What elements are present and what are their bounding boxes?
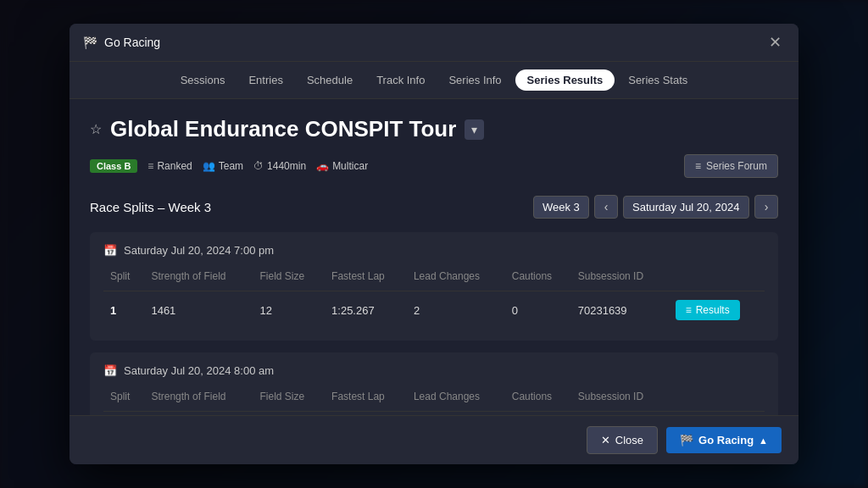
session-1-header-row: Split Strength of Field Field Size Faste…: [103, 267, 765, 291]
nav-series-stats[interactable]: Series Stats: [618, 69, 698, 92]
session-block-1: 📅 Saturday Jul 20, 2024 7:00 pm Split St…: [90, 232, 778, 341]
week-selector[interactable]: Week 3 Week 1 Week 2 Week 4: [533, 196, 589, 219]
session-1-date: Saturday Jul 20, 2024 7:00 pm: [124, 244, 274, 257]
results-label-1: Results: [696, 304, 730, 316]
nav-series-info[interactable]: Series Info: [438, 69, 511, 92]
col-cautions-2: Cautions: [505, 387, 571, 412]
col-actions-2: [669, 387, 765, 412]
race-splits-title: Race Splits – Week 3: [90, 200, 211, 214]
team-label: Team: [219, 160, 243, 172]
session-2-header: 📅 Saturday Jul 20, 2024 8:00 am: [103, 364, 765, 377]
multicar-icon: 🚗: [316, 160, 329, 172]
prev-arrow[interactable]: ‹: [594, 195, 618, 219]
col-fieldsize-2: Field Size: [253, 387, 326, 412]
modal-title: Go Racing: [104, 36, 160, 49]
top-controls: Race Splits – Week 3 Week 3 Week 1 Week …: [90, 195, 778, 219]
col-sof-1: Strength of Field: [144, 267, 253, 291]
session-2-date: Saturday Jul 20, 2024 8:00 am: [124, 364, 274, 377]
cell-results-1: ≡ Results: [669, 291, 765, 330]
nav-track-info[interactable]: Track Info: [366, 69, 435, 92]
nav-entries[interactable]: Entries: [238, 69, 292, 92]
col-split-1: Split: [103, 267, 144, 291]
ranked-label: Ranked: [157, 160, 192, 172]
multicar-label: Multicar: [332, 160, 368, 172]
calendar-icon-1: 📅: [103, 244, 117, 257]
col-subsession-2: Subsession ID: [571, 387, 669, 412]
cell-subsession: 70231639: [571, 291, 669, 330]
close-label: Close: [615, 434, 643, 446]
session-2-header-row: Split Strength of Field Field Size Faste…: [103, 387, 765, 412]
col-actions-1: [669, 267, 765, 291]
col-subsession-1: Subsession ID: [571, 267, 669, 291]
forum-label: Series Forum: [706, 160, 767, 172]
col-split-2: Split: [103, 387, 144, 412]
badges-row: Class B ≡ Ranked 👥 Team ⏱ 1440min 🚗 Mult…: [90, 154, 778, 178]
table-row: 1 1461 12 1:25.267 2 0 70231639 ≡ Result…: [103, 291, 765, 330]
star-icon[interactable]: ☆: [90, 121, 102, 137]
cell-fieldsize: 12: [253, 291, 326, 330]
main-modal: 🏁 Go Racing ✕ Sessions Entries Schedule …: [70, 24, 798, 464]
session-2-table: Split Strength of Field Field Size Faste…: [103, 387, 765, 415]
series-title: Global Endurance CONSPIT Tour: [110, 116, 456, 142]
go-racing-button[interactable]: 🏁 Go Racing ▲: [666, 427, 782, 453]
col-fastestlap-2: Fastest Lap: [325, 387, 407, 412]
col-leadchanges-2: Lead Changes: [407, 387, 505, 412]
nav-sessions[interactable]: Sessions: [170, 69, 236, 92]
class-badge: Class B: [90, 159, 137, 173]
series-dropdown-button[interactable]: ▾: [465, 119, 484, 140]
col-fastestlap-1: Fastest Lap: [325, 267, 407, 291]
results-icon-1: ≡: [686, 304, 692, 316]
close-x-icon: ✕: [601, 434, 610, 446]
cell-fastestlap: 1:25.267: [325, 291, 407, 330]
col-sof-2: Strength of Field: [144, 387, 253, 412]
series-header: ☆ Global Endurance CONSPIT Tour ▾: [90, 116, 778, 142]
nav-bar: Sessions Entries Schedule Track Info Ser…: [70, 62, 798, 99]
results-button-1[interactable]: ≡ Results: [676, 300, 740, 320]
modal-body: ☆ Global Endurance CONSPIT Tour ▾ Class …: [70, 99, 798, 415]
cell-sof: 1461: [144, 291, 253, 330]
title-left: 🏁 Go Racing: [83, 36, 160, 49]
ranked-badge: ≡ Ranked: [147, 160, 192, 172]
go-racing-label: Go Racing: [698, 434, 754, 446]
calendar-icon-2: 📅: [103, 364, 117, 377]
session-block-2: 📅 Saturday Jul 20, 2024 8:00 am Split St…: [90, 352, 778, 415]
duration-label: 1440min: [267, 160, 306, 172]
team-icon: 👥: [203, 160, 215, 172]
week-nav: Week 3 Week 1 Week 2 Week 4 ‹ Saturday J…: [533, 195, 778, 219]
next-arrow[interactable]: ›: [754, 195, 778, 219]
flag-icon: 🏁: [83, 36, 97, 49]
cell-leadchanges: 2: [407, 291, 505, 330]
forum-icon: ≡: [695, 160, 701, 172]
duration-icon: ⏱: [253, 160, 264, 172]
modal-footer: ✕ Close 🏁 Go Racing ▲: [70, 415, 798, 464]
session-1-table: Split Strength of Field Field Size Faste…: [103, 267, 765, 329]
duration-badge: ⏱ 1440min: [253, 160, 306, 172]
cell-cautions: 0: [505, 291, 571, 330]
nav-schedule[interactable]: Schedule: [297, 69, 363, 92]
date-selector[interactable]: Saturday Jul 20, 2024: [623, 196, 749, 219]
nav-series-results[interactable]: Series Results: [515, 69, 615, 91]
modal-titlebar: 🏁 Go Racing ✕: [70, 24, 798, 62]
session-1-header: 📅 Saturday Jul 20, 2024 7:00 pm: [103, 244, 765, 257]
col-fieldsize-1: Field Size: [253, 267, 326, 291]
footer-close-button[interactable]: ✕ Close: [587, 426, 658, 454]
series-forum-button[interactable]: ≡ Series Forum: [684, 154, 778, 178]
multicar-badge: 🚗 Multicar: [316, 160, 368, 172]
go-racing-flag-icon: 🏁: [680, 434, 693, 446]
col-cautions-1: Cautions: [505, 267, 571, 291]
cell-split: 1: [103, 291, 144, 330]
col-leadchanges-1: Lead Changes: [407, 267, 505, 291]
team-badge: 👥 Team: [203, 160, 243, 172]
ranked-icon: ≡: [147, 160, 153, 172]
chevron-up-icon: ▲: [759, 435, 768, 446]
modal-close-button[interactable]: ✕: [765, 32, 785, 53]
